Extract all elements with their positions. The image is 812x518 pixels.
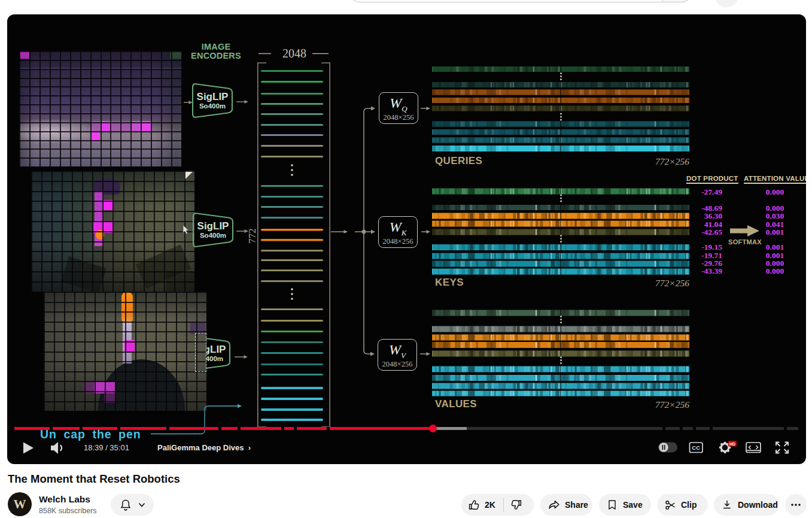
svg-text:CC: CC [692, 444, 700, 451]
svg-text:HD: HD [729, 442, 735, 446]
